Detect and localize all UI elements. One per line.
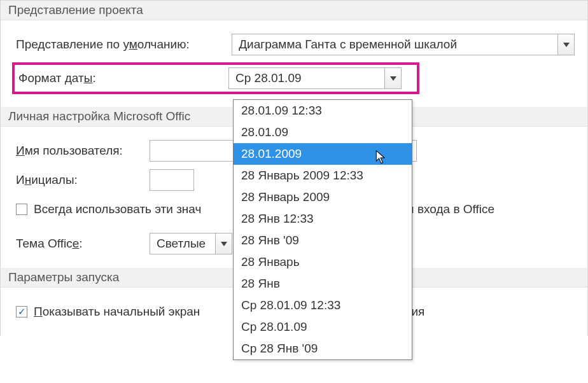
section-header-project-view: Представление проекта [1, 1, 587, 20]
date-format-option[interactable]: Ср 28.01.09 [234, 316, 412, 338]
chevron-down-icon [221, 242, 227, 246]
theme-dropdown-button[interactable] [215, 233, 232, 254]
date-format-option[interactable]: 28 Январь [234, 251, 412, 273]
section-title: Параметры запуска [8, 270, 119, 284]
default-view-dropdown-button[interactable] [557, 34, 574, 55]
show-start-label-part1: Показывать начальный экран [34, 305, 200, 319]
always-use-label-part1: Всегда использовать эти знач [34, 202, 201, 216]
date-format-option[interactable]: 28 Янв 12:33 [234, 208, 412, 230]
section-title: Представление проекта [8, 3, 143, 17]
initials-input[interactable] [150, 169, 194, 191]
theme-label: Тема Office: [16, 237, 150, 251]
date-format-option[interactable]: 28 Янв '09 [234, 230, 412, 251]
date-format-dropdown-list[interactable]: 28.01.09 12:3328.01.0928.01.200928 Январ… [233, 99, 412, 360]
date-format-dropdown-button[interactable] [384, 68, 401, 88]
default-view-combo[interactable]: Диаграмма Ганта с временной шкалой [232, 34, 575, 55]
default-view-value: Диаграмма Ганта с временной шкалой [232, 38, 557, 52]
theme-combo[interactable]: Светлые [150, 233, 232, 254]
show-start-checkbox[interactable]: ✓ [16, 306, 27, 317]
date-format-option[interactable]: 28.01.2009 [234, 143, 412, 165]
date-format-option[interactable]: Ср 28 Янв '09 [234, 338, 412, 359]
chevron-down-icon [390, 76, 396, 81]
date-format-value: Ср 28.01.09 [229, 71, 384, 85]
chevron-down-icon [563, 43, 570, 47]
username-label: Имя пользователя: [16, 144, 150, 158]
initials-label: Инициалы: [16, 173, 150, 187]
section-title: Личная настройка Microsoft Offic [8, 109, 190, 123]
date-format-option[interactable]: 28 Январь 2009 [234, 186, 412, 208]
theme-value: Светлые [150, 237, 215, 251]
date-format-option[interactable]: 28 Янв [234, 273, 412, 295]
date-format-option[interactable]: 28.01.09 12:33 [234, 100, 412, 122]
date-format-option[interactable]: 28.01.09 [234, 122, 412, 143]
date-format-combo[interactable]: Ср 28.01.09 [228, 67, 402, 89]
default-view-label: Представление по умолчанию: [16, 38, 232, 52]
date-format-option[interactable]: 28 Январь 2009 12:33 [234, 165, 412, 186]
always-use-checkbox[interactable] [16, 204, 27, 215]
date-format-option[interactable]: Ср 28.01.09 12:33 [234, 295, 412, 316]
date-format-highlight: Формат даты: Ср 28.01.09 [12, 62, 419, 94]
date-format-label: Формат даты: [18, 71, 228, 85]
